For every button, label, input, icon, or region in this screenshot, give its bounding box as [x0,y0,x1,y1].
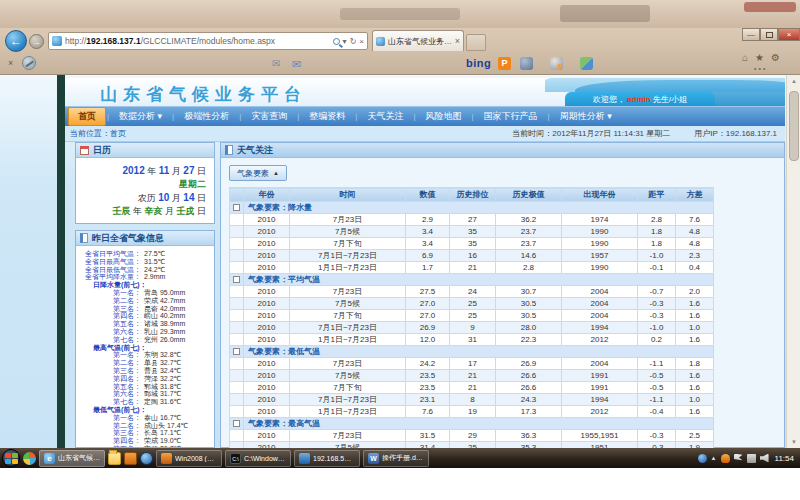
tray-network-orb-icon[interactable] [698,454,707,463]
action-center-flag-icon[interactable] [734,454,743,463]
nav-item-3[interactable]: 灾害查询 [242,108,296,125]
pinned-media-icon[interactable] [23,452,36,465]
table-cell: 2010 [244,238,290,250]
group-checkbox[interactable] [233,420,240,427]
group-checkbox[interactable] [233,204,240,211]
nav-item-4[interactable]: 整编资料 [300,108,354,125]
taskbar-button-3[interactable]: 192.168.59.99... [294,450,360,467]
scrollbar-thumb[interactable] [789,91,799,161]
table-row[interactable]: 20107月1日~7月23日26.9928.01994-1.01.0 [230,322,714,334]
table-row[interactable]: 20101月1日~7月23日1.7212.81990-0.10.4 [230,262,714,274]
weather-rank-item: 第三名：昆嵛 42.0mm [79,305,211,313]
table-row[interactable]: 20107月23日2.92736.219742.87.6 [230,214,714,226]
column-header: 距平 [638,188,676,202]
table-row[interactable]: 20107月5候23.52126.61991-0.51.6 [230,370,714,382]
table-cell: 24.3 [496,394,562,406]
weather-section-title: 最高气温(前七)： [79,344,211,352]
stop-icon[interactable]: × [359,37,364,46]
table-row[interactable]: 20107月23日24.21726.92004-1.11.8 [230,358,714,370]
table-row[interactable]: 20107月下旬27.02530.52004-0.31.6 [230,310,714,322]
calendar-line: 农历 10 月 14 日 [80,191,206,205]
table-cell: 1.6 [676,406,714,418]
table-cell: 2004 [562,286,638,298]
tools-gear-icon[interactable]: ⚙ [771,52,780,63]
taskbar-button-2[interactable]: C:\C:\Windows\s... [225,450,291,467]
nav-item-5[interactable]: 天气关注 [358,108,412,125]
search-icon[interactable] [333,38,340,45]
table-cell: 6.9 [406,250,450,262]
minimize-button[interactable]: — [742,28,760,41]
nav-item-1[interactable]: 数据分析 ▾ [110,108,171,125]
weather-stat: 全省平均降水量：2.9mm [79,273,211,281]
close-button[interactable]: × [778,28,800,41]
table-row[interactable]: 20107月5候3.43523.719901.84.8 [230,226,714,238]
tray-expand-icon[interactable]: ▲ [711,455,717,461]
taskbar-button-0[interactable]: e山东省气候业... [39,450,105,467]
group-checkbox[interactable] [233,276,240,283]
tray-app-icon[interactable] [721,454,730,463]
toolbar-icon-2[interactable] [550,57,563,70]
compatibility-view-icon[interactable] [22,56,36,70]
toolbar-icon-3[interactable] [580,57,593,70]
maximize-button[interactable] [760,28,778,41]
scroll-down-icon[interactable]: ▼ [787,436,800,448]
word-icon: W [368,453,379,464]
quick-close-icon[interactable]: × [8,58,13,68]
table-row[interactable]: 20107月5候27.02530.52004-0.31.6 [230,298,714,310]
bing-logo[interactable]: bing [466,57,491,69]
taskbar-button-1[interactable]: Win2008 (VS2... [156,450,222,467]
scroll-up-icon[interactable]: ▲ [787,75,800,87]
table-row[interactable]: 20101月1日~7月23日7.61917.32012-0.41.6 [230,406,714,418]
table-row[interactable]: 20107月23日31.52936.31955,1951-0.32.5 [230,430,714,442]
page-left-border [57,75,65,448]
network-icon[interactable] [747,454,756,463]
table-cell: 3.4 [406,238,450,250]
send-mail-icon[interactable]: ✉ [292,58,301,71]
nav-item-6[interactable]: 风险地图 [417,108,471,125]
taskbar-button-4[interactable]: W操作手册.docx ... [363,450,429,467]
group-header-row[interactable]: 气象要素：平均气温 [230,274,714,286]
element-filter-button[interactable]: 气象要素 ▲ [229,165,287,181]
vertical-scrollbar[interactable]: ▲ ▼ [786,75,800,448]
group-checkbox[interactable] [233,348,240,355]
weather-rank-item: 第四名：荣成 19.0℃ [79,437,211,445]
refresh-icon[interactable]: ↻ [350,37,357,46]
nav-item-2[interactable]: 极端性分析 [175,108,238,125]
orb-icon[interactable] [140,452,153,465]
app-icon[interactable] [124,452,137,465]
table-row[interactable]: 20107月下旬23.52126.61991-0.51.6 [230,382,714,394]
group-header-row[interactable]: 气象要素：最高气温 [230,418,714,430]
group-header-row[interactable]: 气象要素：最低气温 [230,346,714,358]
search-dropdown-icon[interactable]: ▾ [343,37,347,46]
panel-icon [225,145,233,155]
nav-item-0[interactable]: 首页 [68,107,106,126]
mail-icon[interactable]: ✉ [272,58,280,69]
tab-close-icon[interactable]: × [455,36,460,46]
nav-item-8[interactable]: 周期性分析 ▾ [551,108,621,125]
table-row[interactable]: 20107月下旬3.43523.719901.84.8 [230,238,714,250]
back-button[interactable]: ← [5,30,27,52]
speaker-icon[interactable] [760,454,769,463]
address-bar[interactable]: http://192.168.137.1/GLCCLIMATE/modules/… [48,32,368,50]
table-cell: 1.6 [676,298,714,310]
table-row[interactable]: 20101月1日~7月23日12.03122.320120.21.6 [230,334,714,346]
toolbar-p-badge[interactable]: P [498,57,511,70]
table-row[interactable]: 20107月1日~7月23日6.91614.61957-1.02.3 [230,250,714,262]
taskbar-clock[interactable]: 11:54 [775,454,794,463]
start-button[interactable] [2,449,20,467]
more-options-icon[interactable]: ••• [754,65,767,72]
favorites-icon[interactable]: ★ [755,52,764,63]
new-tab-button[interactable] [466,34,486,51]
table-row[interactable]: 20107月1日~7月23日23.1824.31994-1.11.0 [230,394,714,406]
table-row[interactable]: 20107月23日27.52430.72004-0.72.0 [230,286,714,298]
group-header-row[interactable]: 气象要素：降水量 [230,202,714,214]
forward-button[interactable]: → [29,34,44,49]
column-header: 历史排位 [450,188,496,202]
home-icon[interactable]: ⌂ [742,52,748,63]
browser-tab[interactable]: 山东省气候业务平... × [372,30,464,51]
table-cell: 35 [450,226,496,238]
nav-item-7[interactable]: 国家下行产品 [475,108,547,125]
toolbar-icon-1[interactable] [520,57,533,70]
folder-icon[interactable] [108,452,121,465]
table-cell: 24.2 [406,358,450,370]
